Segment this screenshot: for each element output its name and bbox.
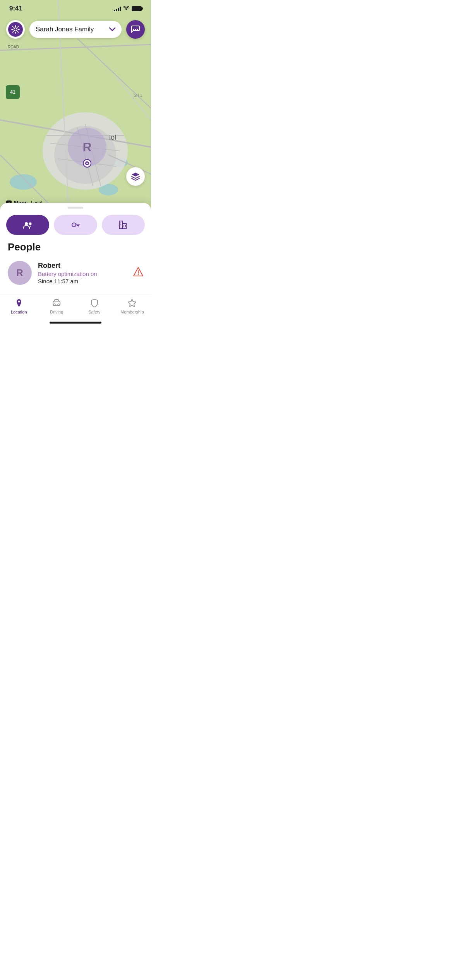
marker-letter: R (82, 140, 91, 154)
svg-point-29 (135, 29, 136, 30)
map-city-label: lol (109, 134, 116, 142)
nav-location-icon (14, 298, 24, 308)
wifi-icon (123, 6, 129, 11)
nav-location-label: Location (11, 310, 27, 314)
nav-driving-label: Driving (50, 310, 63, 314)
nav-item-driving[interactable]: Driving (38, 298, 76, 314)
status-time: 9:41 (9, 5, 22, 12)
svg-point-32 (29, 223, 31, 225)
map-layers-button[interactable] (126, 167, 145, 186)
svg-point-47 (18, 301, 20, 303)
svg-point-27 (14, 28, 17, 31)
status-bar: 9:41 (0, 0, 151, 17)
nav-membership-label: Membership (120, 310, 144, 314)
svg-point-31 (25, 222, 28, 225)
warning-icon (133, 267, 143, 279)
settings-avatar-button[interactable] (6, 20, 25, 39)
tab-people[interactable] (6, 215, 49, 235)
svg-text:SH 1: SH 1 (134, 93, 142, 98)
road-41-badge: 41 (6, 85, 20, 99)
home-indicator (50, 322, 101, 324)
family-selector[interactable]: Sarah Jonas Family (29, 21, 122, 38)
nav-item-membership[interactable]: Membership (113, 298, 151, 314)
svg-rect-41 (124, 225, 124, 226)
svg-rect-42 (125, 225, 126, 226)
nav-membership-icon (127, 298, 137, 308)
chat-button[interactable] (126, 20, 145, 39)
nav-safety-label: Safety (88, 310, 100, 314)
map-marker-robert: R (68, 128, 106, 166)
chevron-down-icon (109, 26, 115, 33)
map-top-bar: Sarah Jonas Family (0, 17, 151, 42)
person-info-robert: Robert Battery optimization on Since 11:… (38, 262, 127, 284)
person-avatar-robert: R (8, 261, 32, 285)
svg-text:ROAD: ROAD (8, 45, 19, 49)
tab-row (0, 209, 151, 238)
avatar-inner (8, 22, 23, 37)
people-icon (22, 221, 33, 229)
battery-icon (132, 6, 142, 11)
svg-rect-40 (120, 224, 121, 225)
svg-rect-38 (122, 223, 126, 229)
svg-point-46 (138, 274, 139, 275)
chat-icon (131, 25, 140, 34)
svg-point-30 (137, 29, 138, 30)
nav-safety-icon (89, 298, 100, 308)
svg-point-49 (54, 304, 55, 305)
person-row-robert[interactable]: R Robert Battery optimization on Since 1… (0, 258, 151, 288)
nav-driving-icon (51, 298, 62, 308)
person-status: Battery optimization on (38, 271, 127, 277)
road-41-label: 41 (10, 89, 15, 95)
svg-point-50 (58, 304, 59, 305)
status-icons (114, 6, 142, 11)
nav-item-location[interactable]: Location (0, 298, 38, 314)
key-icon (71, 220, 80, 230)
people-section-title: People (0, 238, 151, 258)
marker-pin (82, 159, 92, 170)
svg-rect-43 (124, 226, 124, 227)
person-name: Robert (38, 262, 127, 270)
svg-rect-39 (120, 223, 121, 223)
settings-icon (11, 25, 20, 34)
signal-icon (114, 6, 121, 11)
person-since: Since 11:57 am (38, 278, 127, 284)
family-name: Sarah Jonas Family (36, 26, 94, 33)
svg-point-23 (86, 163, 88, 164)
svg-point-28 (133, 29, 134, 30)
svg-rect-44 (125, 226, 126, 227)
layers-icon (131, 172, 140, 181)
building-icon (118, 220, 129, 230)
nav-item-safety[interactable]: Safety (76, 298, 113, 314)
tab-places[interactable] (102, 215, 145, 235)
svg-point-33 (72, 223, 76, 227)
tab-keys[interactable] (54, 215, 97, 235)
